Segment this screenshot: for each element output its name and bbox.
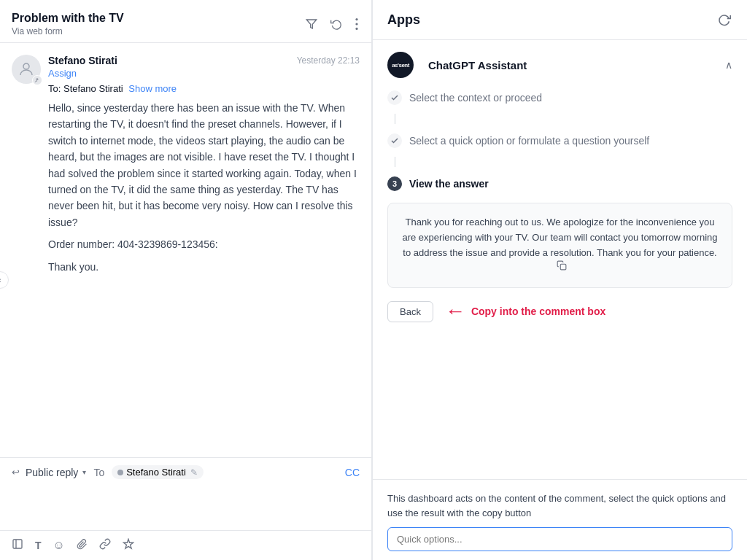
step-2-check <box>387 133 402 148</box>
reply-toolbar: T ☺ <box>0 530 371 560</box>
reply-recipient: Stefano Stirati <box>126 467 186 478</box>
step-3-check: 3 <box>387 176 402 191</box>
avatar-badge <box>32 75 42 85</box>
emoji-icon[interactable]: ☺ <box>53 539 65 552</box>
svg-point-3 <box>355 28 357 30</box>
attachment-icon[interactable] <box>77 539 88 553</box>
step-2-row: Select a quick option or formulate a que… <box>387 133 732 148</box>
compose-icon[interactable] <box>12 538 23 553</box>
svg-point-5 <box>36 79 38 80</box>
header-icons <box>304 17 360 31</box>
message-time: Yesterday 22:13 <box>297 55 360 66</box>
show-more-link[interactable]: Show more <box>128 83 177 94</box>
user-dot <box>117 470 123 475</box>
chatgpt-logo: as'sent <box>387 52 414 78</box>
answer-text: Thank you for reaching out to us. We apo… <box>400 215 720 276</box>
ticket-source: Via web form <box>12 26 124 36</box>
reply-to-label: To <box>93 467 104 478</box>
avatar <box>12 55 41 84</box>
svg-rect-6 <box>13 540 22 548</box>
reply-input-area[interactable] <box>0 486 371 530</box>
more-options-icon[interactable] <box>354 17 360 31</box>
svg-point-2 <box>355 23 357 25</box>
back-button[interactable]: Back <box>387 301 433 322</box>
message-content: Stefano Stirati Yesterday 22:13 Assign T… <box>48 55 360 281</box>
chatgpt-header: as'sent ChatGPT Assistant ∧ <box>387 52 732 78</box>
sparkle-icon[interactable] <box>123 538 134 553</box>
step-1-check <box>387 90 402 105</box>
chatgpt-name: ChatGPT Assistant <box>428 59 725 71</box>
svg-rect-8 <box>560 265 566 271</box>
link-icon[interactable] <box>99 538 111 553</box>
apps-title: Apps <box>387 12 420 28</box>
chatgpt-section: as'sent ChatGPT Assistant ∧ Select the c… <box>387 52 732 323</box>
message-para-1: Hello, since yesterday there has been an… <box>48 100 360 230</box>
to-name: Stefano Stirati <box>63 83 123 94</box>
step-1-row: Select the context or proceed <box>387 90 732 105</box>
quick-option-input[interactable] <box>387 527 732 551</box>
right-body: as'sent ChatGPT Assistant ∧ Select the c… <box>373 40 747 479</box>
message-header: Stefano Stirati Yesterday 22:13 <box>48 55 360 66</box>
svg-point-1 <box>355 18 357 20</box>
cc-button[interactable]: CC <box>345 467 360 478</box>
message-item: Stefano Stirati Yesterday 22:13 Assign T… <box>12 55 360 281</box>
svg-point-4 <box>23 63 29 69</box>
right-bottom-section: This dashboard acts on the content of th… <box>373 479 747 560</box>
message-to: To: Stefano Stirati Show more <box>48 83 360 94</box>
sender-name: Stefano Stirati <box>48 55 117 66</box>
steps-list: Select the context or proceed Select a q… <box>387 90 732 191</box>
bottom-description-text: This dashboard acts on the content of th… <box>387 491 732 520</box>
left-panel: ‹ Problem with the TV Via web form <box>0 0 372 560</box>
to-label: To: <box>48 83 61 94</box>
svg-marker-0 <box>306 20 316 28</box>
text-format-icon[interactable]: T <box>35 540 42 551</box>
history-icon[interactable] <box>329 17 344 31</box>
callout-text: Copy into the comment box <box>471 306 605 317</box>
left-header: Problem with the TV Via web form <box>0 0 371 43</box>
collapse-section-icon[interactable]: ∧ <box>725 59 732 71</box>
reply-to-user: Stefano Stirati ✎ <box>112 465 204 479</box>
conversation-body: Stefano Stirati Yesterday 22:13 Assign T… <box>0 43 371 457</box>
step-connector-2 <box>395 157 395 167</box>
chatgpt-logo-text: as'sent <box>392 62 409 69</box>
copy-icon[interactable] <box>557 260 567 271</box>
reply-bar: ↩ Public reply ▾ To Stefano Stirati ✎ CC <box>0 457 371 486</box>
ticket-info: Problem with the TV Via web form <box>12 12 124 36</box>
callout-arrow-icon: ← <box>445 300 465 323</box>
callout-container: ← Copy into the comment box <box>445 300 605 323</box>
step-2-label: Select a quick option or formulate a que… <box>409 135 649 147</box>
filter-icon[interactable] <box>304 17 319 31</box>
message-para-2: Order number: 404-3239869-123456: <box>48 236 360 252</box>
edit-icon[interactable]: ✎ <box>190 467 198 478</box>
reply-type-selector[interactable]: ↩ Public reply ▾ <box>12 467 86 478</box>
message-para-3: Thank you. <box>48 259 360 275</box>
refresh-button[interactable] <box>716 12 732 28</box>
reply-type-label: Public reply <box>26 467 78 478</box>
step-3-label: View the answer <box>409 178 489 190</box>
answer-box: Thank you for reaching out to us. We apo… <box>387 203 732 288</box>
step-connector-1 <box>395 114 395 124</box>
chevron-down-icon: ▾ <box>82 468 86 476</box>
back-callout-row: Back ← Copy into the comment box <box>387 300 732 323</box>
assign-link[interactable]: Assign <box>48 68 360 79</box>
message-text: Hello, since yesterday there has been an… <box>48 100 360 275</box>
right-header: Apps <box>373 0 747 40</box>
step-1-label: Select the context or proceed <box>409 92 542 104</box>
step-3-row: 3 View the answer <box>387 176 732 191</box>
reply-arrow-icon: ↩ <box>12 467 20 478</box>
ticket-title: Problem with the TV <box>12 12 124 25</box>
right-panel: Apps as'sent ChatGPT Assistant ∧ <box>372 0 747 560</box>
